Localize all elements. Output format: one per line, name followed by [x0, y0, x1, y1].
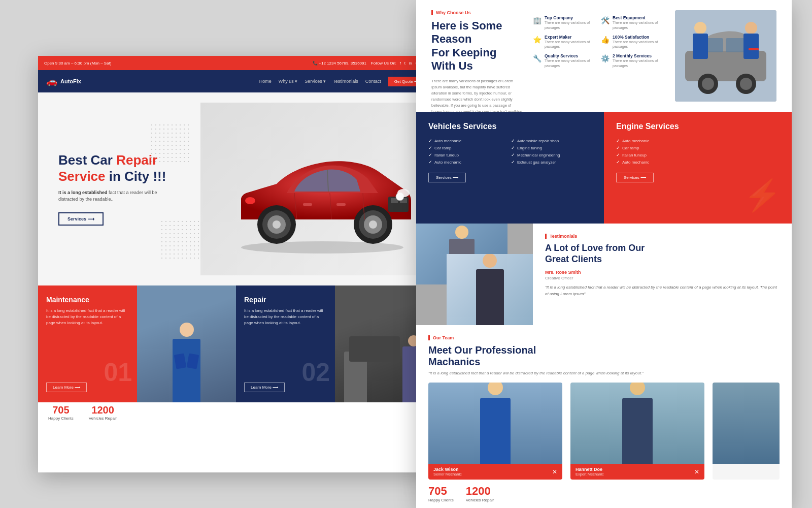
team-member-3: [713, 383, 780, 480]
team-member-2-close[interactable]: ✕: [694, 468, 699, 475]
nav-contact[interactable]: Contact: [365, 79, 381, 84]
monthly-title: 2 Monthly Services: [613, 53, 665, 58]
nav-testimonials[interactable]: Testimonials: [333, 79, 358, 84]
svg-rect-27: [749, 48, 759, 50]
team-member-1: Jack Wison Senior Mechanic ✕: [428, 383, 562, 480]
vehicles-repair-number: 1200: [89, 404, 117, 416]
dots-pattern-bottom: [160, 219, 200, 260]
why-choose-us-section: Why Choose Us Here is Some Reason For Ke…: [416, 0, 792, 112]
vehicles-repair-stat: 1200 Vehicles Repair: [89, 404, 117, 421]
team-member-2-info: Hannett Doe Expert Mechanic ✕: [570, 464, 704, 480]
nav-services[interactable]: Services ▾: [304, 79, 326, 84]
vehicles-item-8: Exhaust gas analyzer: [511, 160, 592, 165]
happy-clients-num: 705: [428, 485, 454, 498]
services-split-section: Vehicles Services Auto mechanic Automobi…: [416, 112, 792, 224]
team-member-1-close[interactable]: ✕: [552, 468, 557, 475]
quality-text: There are many variations of passages: [545, 58, 597, 69]
monthly-icon: ⚙️: [601, 54, 610, 62]
svg-rect-26: [743, 34, 759, 59]
satisfaction-title: 100% Satisfaction: [613, 35, 665, 40]
maintenance-learn-more[interactable]: Learn More ⟶: [46, 383, 87, 392]
engine-item-3: Italian tuneup: [616, 152, 780, 157]
engine-services-button[interactable]: Services ⟶: [616, 173, 654, 182]
vehicles-services-button[interactable]: Services ⟶: [428, 173, 466, 182]
team-title: Meet Our Professional Machanics: [428, 344, 780, 368]
hero-car-image: [200, 103, 434, 275]
repair-learn-more[interactable]: Learn More ⟶: [244, 383, 285, 392]
engine-services: Engine Services Auto mechanic Car ramp I…: [604, 112, 792, 224]
right-website-mockup: Why Choose Us Here is Some Reason For Ke…: [416, 0, 792, 508]
svg-point-8: [245, 197, 255, 204]
vehicles-repair-stat: 1200 Vehicles Repair: [466, 485, 494, 502]
logo-icon: 🚗: [46, 76, 57, 87]
repair-title: Repair: [244, 296, 327, 304]
testimonial-author: Mrs. Rose Smith: [545, 270, 780, 275]
services-hero-button[interactable]: Services ⟶: [58, 212, 104, 226]
why-feature-best-equipment: 🛠️ Best Equipment There are many variati…: [601, 15, 665, 30]
vehicles-item-5: Italian tuneup: [428, 152, 509, 157]
why-left-content: Why Choose Us Here is Some Reason For Ke…: [431, 10, 523, 102]
why-feature-satisfaction: 👍 100% Satisfaction There are many varia…: [601, 35, 665, 50]
hero-section: Best Car Repair Service in City !!! It i…: [38, 92, 434, 285]
engine-list: Auto mechanic Car ramp Italian tuneup Au…: [616, 138, 780, 165]
why-feature-top-company: 🏢 Top Company There are many variations …: [533, 15, 597, 30]
vehicles-item-4: Engine tuning: [511, 145, 592, 150]
team-subtitle: "It is a long established fact that a re…: [428, 371, 780, 375]
hero-subtitle: It is a long established fact that a rea…: [58, 189, 166, 203]
testimonials-images: [416, 224, 533, 325]
nav-bar: 🚗 AutoFix Home Why us ▾ Services ▾ Testi…: [38, 70, 434, 92]
contact-text: 📞 +12 1234 56789, 3536091 Follow Us On: …: [313, 61, 428, 66]
repair-card: Repair It is a long established fact tha…: [236, 285, 335, 402]
testimonials-title: A Lot of Love from Our Great Clients: [545, 243, 780, 265]
team-tag: Our Team: [428, 335, 780, 340]
svg-point-23: [694, 22, 706, 34]
happy-clients-stat: 705 Happy Clients: [48, 404, 74, 421]
happy-clients-stat: 705 Happy Clients: [428, 485, 454, 502]
engine-item-4: Auto mechanic: [616, 160, 780, 165]
vehicles-item-6: Mechanical engineering: [511, 152, 592, 157]
why-section-tag: Why Choose Us: [431, 10, 523, 15]
svg-point-12: [273, 220, 281, 229]
nav-home[interactable]: Home: [259, 79, 272, 84]
team-member-3-image: [713, 383, 780, 464]
svg-point-16: [369, 220, 377, 229]
left-website-mockup: Open 9:30 am – 6:30 pm (Mon – Sat) 📞 +12…: [38, 56, 434, 472]
logo-text: AutoFix: [60, 78, 81, 84]
vehicles-item-1: Auto mechanic: [428, 138, 509, 143]
testimonial-role: Creative Officer: [545, 276, 780, 280]
mechanic-image-card: [137, 285, 236, 402]
testimonials-content: Testimonials A Lot of Love from Our Grea…: [533, 224, 792, 325]
best-equipment-title: Best Equipment: [613, 15, 665, 20]
vehicles-item-2: Automobile repair shop: [511, 138, 592, 143]
hero-content: Best Car Repair Service in City !!! It i…: [38, 152, 186, 225]
maintenance-number: 01: [104, 358, 132, 387]
engine-title: Engine Services: [616, 122, 780, 131]
testimonial-quote: "It is a long established fact that a re…: [545, 284, 780, 298]
quality-title: Quality Services: [545, 53, 597, 58]
svg-point-31: [740, 78, 752, 90]
vehicles-item-7: Auto mechanic: [428, 160, 509, 165]
nav-why[interactable]: Why us ▾: [279, 79, 298, 84]
engine-item-1: Auto mechanic: [616, 138, 780, 143]
happy-clients-label: Happy Clients: [428, 498, 454, 502]
team-member-2-image: [570, 383, 704, 464]
team-stats: 705 Happy Clients 1200 Vehicles Repair: [428, 480, 780, 507]
top-bar: Open 9:30 am – 6:30 pm (Mon – Sat) 📞 +12…: [38, 56, 434, 70]
team-cards: Jack Wison Senior Mechanic ✕: [428, 383, 780, 480]
engine-bg-icon: ⚡: [743, 177, 782, 213]
svg-rect-18: [336, 203, 346, 206]
why-feature-expert-maker: ⭐ Expert Maker There are many variations…: [533, 35, 597, 50]
team-member-2-role: Expert Mechanic: [576, 472, 604, 477]
satisfaction-text: There are many variations of passages: [613, 40, 665, 50]
svg-point-25: [745, 22, 757, 34]
why-feature-monthly: ⚙️ 2 Monthly Services There are many var…: [601, 53, 665, 69]
why-features-area: 🏢 Top Company There are many variations …: [533, 10, 665, 102]
why-image: [675, 10, 776, 102]
best-equipment-icon: 🛠️: [601, 16, 610, 24]
happy-clients-number: 705: [48, 404, 74, 416]
team-member-1-role: Senior Mechanic: [433, 472, 462, 477]
svg-rect-24: [693, 34, 708, 59]
vehicles-repair-label: Vehicles Repair: [466, 498, 494, 502]
quality-icon: 🔧: [533, 54, 542, 62]
satisfaction-icon: 👍: [601, 36, 610, 44]
